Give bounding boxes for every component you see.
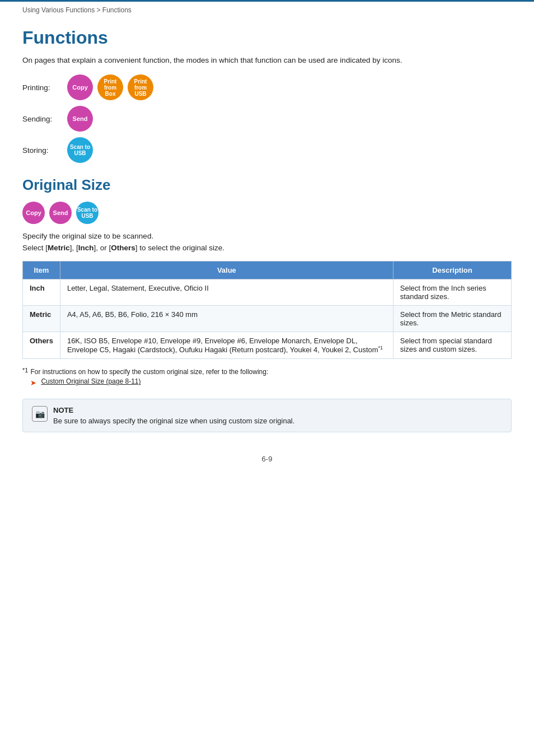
select-text-mid1: ], [ [70,244,78,252]
table-cell-value: 16K, ISO B5, Envelope #10, Envelope #9, … [60,332,393,359]
footnote-num: *1 [22,367,28,374]
main-content: Functions On pages that explain a conven… [0,16,534,497]
footnote-link[interactable]: Custom Original Size (page 8-11) [41,377,140,385]
table-cell-item: Others [23,332,60,359]
top-bar: Using Various Functions > Functions [0,0,534,16]
table-header-item: Item [23,262,60,279]
breadcrumb: Using Various Functions > Functions [22,6,132,14]
page-title: Functions [22,27,512,48]
print-usb-icon-badge: Print from USB [128,74,153,100]
scan-usb-icon-badge: Scan to USB [67,137,93,163]
arrow-icon: ➤ [30,379,36,387]
printing-label: Printing: [22,83,67,92]
print-box-icon-badge: Print from Box [97,74,123,100]
note-icon: 📷 [32,406,48,422]
select-others: Others [111,244,135,252]
table-header-value: Value [60,262,393,279]
storing-icons: Scan to USB [67,137,93,163]
select-text-mid2: ], or [ [94,244,111,252]
copy-icon-badge: Copy [67,74,93,100]
table-cell-value: Letter, Legal, Statement, Executive, Ofi… [60,279,393,306]
table-cell-item: Inch [23,279,60,306]
storing-row: Storing: Scan to USB [22,137,512,163]
specify-text: Specify the original size to be scanned. [22,232,512,240]
footnote: *1 For instructions on how to specify th… [22,367,512,388]
send-sm-icon-badge: Send [49,202,72,224]
sending-row: Sending: Send [22,106,512,132]
printing-icons: Copy Print from Box Print from USB [67,74,153,100]
footnote-content: For instructions on how to specify the c… [30,367,268,388]
table-cell-item: Metric [23,306,60,332]
table-cell-description: Select from special standard sizes and c… [393,332,511,359]
table-header-row: Item Value Description [23,262,512,279]
note-content: NOTE Be sure to always specify the origi… [53,406,294,425]
table-row: Others16K, ISO B5, Envelope #10, Envelop… [23,332,512,359]
printing-row: Printing: Copy Print from Box Print from… [22,74,512,100]
copy-sm-icon-badge: Copy [22,202,45,224]
original-size-title: Original Size [22,176,512,194]
intro-text: On pages that explain a convenient funct… [22,56,512,64]
sending-icons: Send [67,106,93,132]
table-row: InchLetter, Legal, Statement, Executive,… [23,279,512,306]
original-size-table: Item Value Description InchLetter, Legal… [22,261,512,359]
note-text: Be sure to always specify the original s… [53,417,294,425]
table-cell-value: A4, A5, A6, B5, B6, Folio, 216 × 340 mm [60,306,393,332]
sending-label: Sending: [22,115,67,123]
send-icon-badge: Send [67,106,93,132]
storing-label: Storing: [22,146,67,155]
footnote-text: For instructions on how to specify the c… [30,368,268,376]
table-header-description: Description [393,262,511,279]
select-text-suffix: ] to select the original size. [135,244,224,252]
table-cell-description: Select from the Metric standard sizes. [393,306,511,332]
table-cell-description: Select from the Inch series standard siz… [393,279,511,306]
select-metric: Metric [48,244,70,252]
section-icons: Copy Send Scan to USB [22,202,512,224]
select-inch: Inch [78,244,94,252]
page-number: 6-9 [22,455,512,474]
scan-usb-sm-icon-badge: Scan to USB [76,202,99,224]
select-text: Select [Metric], [Inch], or [Others] to … [22,244,512,252]
note-box: 📷 NOTE Be sure to always specify the ori… [22,399,512,432]
footnote-link-row: ➤ Custom Original Size (page 8-11) [30,377,268,388]
note-label: NOTE [53,406,294,414]
select-text-prefix: Select [ [22,244,48,252]
table-row: MetricA4, A5, A6, B5, B6, Folio, 216 × 3… [23,306,512,332]
